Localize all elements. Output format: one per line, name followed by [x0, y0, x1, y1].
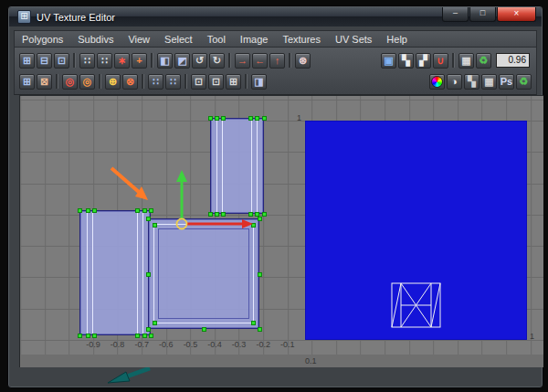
- uv-vertex[interactable]: [149, 208, 153, 213]
- uv-vertex[interactable]: [135, 334, 140, 338]
- uv-vertex[interactable]: [135, 208, 140, 213]
- filter-display-icon[interactable]: ▞: [416, 53, 431, 69]
- uv-vertex[interactable]: [153, 223, 157, 228]
- uv-smear-icon[interactable]: ⊠: [37, 74, 52, 90]
- texture-tile-icon[interactable]: ▦: [458, 53, 474, 69]
- uv-vertex[interactable]: [208, 212, 213, 217]
- uv-vertex[interactable]: [92, 208, 97, 213]
- update-image-icon: ♻: [480, 56, 489, 66]
- uv-vertex[interactable]: [153, 321, 157, 325]
- snap-uv-pixel-icon[interactable]: ∷: [165, 74, 181, 90]
- snap-uv-grid-icon[interactable]: ∷: [148, 74, 163, 90]
- toolbar-separator: [73, 53, 76, 68]
- uv-vertex[interactable]: [146, 327, 151, 332]
- flip-v-icon[interactable]: ◩: [174, 53, 190, 69]
- menu-textures[interactable]: Textures: [275, 33, 328, 46]
- menu-image[interactable]: Image: [233, 33, 276, 46]
- uv-vertex[interactable]: [208, 116, 213, 121]
- uv-vertex[interactable]: [248, 212, 253, 217]
- menu-polygons[interactable]: Polygons: [15, 33, 70, 46]
- move-uv-right-icon[interactable]: ∷: [97, 53, 112, 69]
- annotation-arrow-orange: [111, 168, 148, 200]
- menu-uv-sets[interactable]: UV Sets: [328, 33, 379, 46]
- uv-texture-space[interactable]: [305, 121, 527, 340]
- pixel-grid-icon[interactable]: ▦: [481, 74, 497, 90]
- uv-vertex[interactable]: [142, 208, 147, 213]
- align-u-max-icon[interactable]: ←: [252, 53, 268, 69]
- uv-vertex[interactable]: [149, 334, 153, 338]
- close-button[interactable]: ×: [497, 7, 536, 22]
- uv-vertex[interactable]: [86, 208, 90, 213]
- menu-subdivs[interactable]: Subdivs: [70, 33, 121, 46]
- snap-together-icon[interactable]: ⊛: [295, 53, 311, 69]
- uv-shell-top[interactable]: [210, 118, 264, 214]
- uv-shell-left[interactable]: [79, 210, 151, 335]
- uv-vertex[interactable]: [215, 212, 219, 217]
- grid-texture-icon[interactable]: ⊞: [19, 53, 35, 69]
- uv-vertex[interactable]: [146, 217, 151, 221]
- cut-uv-edges-icon[interactable]: ∗: [114, 53, 130, 69]
- uv-vertex[interactable]: [221, 116, 226, 121]
- isolate-select-icon: ◨: [254, 77, 263, 87]
- uv-vertex[interactable]: [258, 272, 262, 277]
- rotate-cw-icon[interactable]: ↻: [209, 53, 225, 69]
- flip-u-icon[interactable]: ◧: [157, 53, 173, 69]
- dim-image-icon[interactable]: ▚: [464, 74, 480, 90]
- uv-vertex[interactable]: [78, 208, 82, 213]
- dim-value-field[interactable]: 0.96: [496, 53, 530, 68]
- rgb-channels-icon[interactable]: [429, 74, 445, 90]
- update-image-icon[interactable]: ♻: [476, 53, 491, 69]
- weld-uvs-icon[interactable]: ⊕: [105, 74, 121, 90]
- uv-vertex[interactable]: [262, 116, 267, 121]
- isolate-select-icon[interactable]: ◨: [251, 74, 267, 90]
- uv-vertex[interactable]: [202, 327, 206, 332]
- minimize-button[interactable]: –: [442, 7, 469, 22]
- uv-vertex[interactable]: [248, 116, 253, 121]
- grid-shaded-icon[interactable]: ⊟: [37, 53, 52, 69]
- menu-tool[interactable]: Tool: [200, 33, 233, 46]
- uv-vertex[interactable]: [221, 212, 226, 217]
- uv-vertex[interactable]: [92, 334, 97, 338]
- delete-uvs-icon[interactable]: ◎: [62, 74, 78, 90]
- magnet-snap-icon[interactable]: ∪: [433, 53, 448, 69]
- maximize-button[interactable]: □: [469, 7, 496, 22]
- titlebar[interactable]: ⊞ UV Texture Editor – □ ×: [9, 7, 542, 26]
- uv-canvas[interactable]: -0.9-0.8-0.7-0.6-0.5-0.4-0.3-0.2-0.1 1 1…: [19, 95, 543, 367]
- display-image-icon[interactable]: ▣: [381, 53, 396, 69]
- uv-vertex[interactable]: [251, 223, 256, 228]
- align-v-max-icon[interactable]: ↑: [269, 53, 285, 69]
- unfold-uvs-icon[interactable]: ⊡: [208, 74, 224, 90]
- align-u-min-icon[interactable]: →: [235, 53, 250, 69]
- psd-network-icon[interactable]: Ps: [499, 74, 514, 90]
- uv-lattice-icon[interactable]: ⊞: [19, 74, 35, 90]
- uv-vertex[interactable]: [258, 327, 262, 332]
- checker-display-icon[interactable]: ▚: [398, 53, 414, 69]
- unweld-uvs-icon[interactable]: ⊗: [122, 74, 138, 90]
- force-refresh-icon[interactable]: ♻: [516, 74, 532, 90]
- menu-view[interactable]: View: [121, 33, 157, 46]
- move-uv-left-icon[interactable]: ∷: [79, 53, 95, 69]
- filter-display-icon: ▞: [419, 56, 427, 66]
- menu-help[interactable]: Help: [379, 33, 415, 46]
- manip-y-arrowhead: [176, 170, 187, 182]
- uv-shell-center[interactable]: [148, 218, 259, 329]
- dim-image-icon: ▚: [468, 77, 475, 87]
- relax-uvs-icon[interactable]: ⊞: [226, 74, 241, 90]
- uv-vertex[interactable]: [258, 217, 262, 221]
- uv-vertex[interactable]: [142, 334, 147, 338]
- uv-vertex[interactable]: [78, 334, 82, 338]
- uv-vertex[interactable]: [86, 334, 90, 338]
- grid-distortion-icon[interactable]: ⊡: [54, 53, 69, 69]
- layout-uvs-icon[interactable]: ⊡: [191, 74, 206, 90]
- uv-vertex[interactable]: [215, 116, 219, 121]
- sew-uv-edges-icon[interactable]: +: [132, 53, 147, 69]
- uv-vertex[interactable]: [255, 116, 259, 121]
- grid-texture-icon: ⊞: [23, 56, 31, 66]
- uv-vertex[interactable]: [251, 321, 256, 325]
- alpha-channel-icon[interactable]: ◑: [447, 74, 462, 90]
- rotate-ccw-icon[interactable]: ↺: [192, 53, 207, 69]
- reset-uvs-icon[interactable]: ◎: [79, 74, 95, 90]
- uv-vertex[interactable]: [262, 212, 267, 217]
- menu-select[interactable]: Select: [157, 33, 200, 46]
- uv-vertex[interactable]: [146, 272, 151, 277]
